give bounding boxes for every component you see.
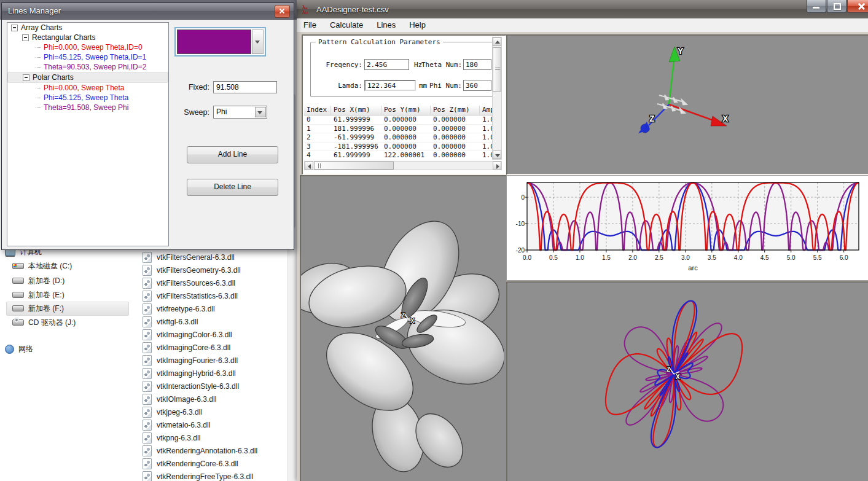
add-line-button[interactable]: Add Line: [187, 146, 278, 163]
table-hscrollbar[interactable]: [304, 161, 502, 170]
file-name: vtkImagingFourier-6.3.dll: [157, 356, 238, 365]
table-header-cell[interactable]: Pos Y(mm): [381, 106, 431, 115]
tree-line-item[interactable]: Phi=45.125, Sweep Theta,ID=1: [7, 52, 168, 62]
table-row[interactable]: 2-61.9999990.0000000.0000001.0: [304, 133, 492, 143]
menu-calculate[interactable]: Calculate: [323, 18, 370, 32]
fixed-input[interactable]: [213, 81, 277, 93]
tree-line-item[interactable]: Phi=45.125, Sweep Theta: [7, 93, 168, 103]
charts-tree[interactable]: Array ChartsRectangular ChartsPhi=0.000,…: [7, 22, 169, 246]
table-cell: 0.000000: [381, 143, 431, 151]
file-list-item[interactable]: vtkFiltersGeneral-6.3.dll: [143, 251, 235, 264]
tree-root[interactable]: Array Charts: [7, 23, 168, 33]
minimize-icon: [813, 7, 819, 9]
rect-chart-panel[interactable]: 0.00.51.01.52.02.53.03.54.04.55.05.56.00…: [506, 175, 868, 281]
file-list-item[interactable]: vtkfreetype-6.3.dll: [143, 302, 215, 315]
file-list-item[interactable]: vtkFiltersStatistics-6.3.dll: [143, 289, 238, 302]
tree-expander-icon[interactable]: [11, 25, 18, 31]
file-list-item[interactable]: vtkIOImage-6.3.dll: [143, 393, 216, 405]
file-list-item[interactable]: vtkRenderingAnnotation-6.3.dll: [143, 444, 257, 457]
minimize-button[interactable]: [807, 0, 826, 13]
table-header-cell[interactable]: Amp: [480, 106, 492, 115]
sidebar-item[interactable]: 新加卷 (D:): [12, 275, 65, 287]
pattern3d-view[interactable]: Z X: [300, 175, 507, 481]
hscroll-right-button[interactable]: [493, 162, 501, 170]
table-header-cell[interactable]: Pos Z(mm): [431, 106, 480, 115]
table-cell: 2: [304, 133, 331, 142]
vscroll-up-button[interactable]: [493, 37, 501, 46]
table-cell: 1.0: [480, 143, 492, 151]
table-row[interactable]: 3-181.9999960.0000000.0000001.0: [304, 143, 492, 152]
main-titlebar[interactable]: λa λD AADesigner-test.csv: [297, 0, 868, 19]
table-header-cell[interactable]: Pos X(mm): [331, 106, 381, 115]
table-row[interactable]: 1181.9999960.0000000.0000001.0: [304, 125, 492, 134]
color-dropdown-button[interactable]: [252, 29, 264, 54]
dll-file-icon: [143, 291, 152, 302]
file-list-item[interactable]: vtkImagingHybrid-6.3.dll: [143, 367, 236, 380]
tree-line-item[interactable]: Theta=90.503, Sweep Phi,ID=2: [7, 62, 168, 72]
hscroll-thumb[interactable]: [314, 162, 394, 170]
file-list-item[interactable]: vtkImagingFourier-6.3.dll: [143, 354, 238, 367]
down-arrow-icon: [495, 154, 500, 157]
table-row[interactable]: 061.9999990.0000000.0000001.0: [304, 115, 492, 125]
frequency-input[interactable]: [364, 59, 409, 70]
file-list-item[interactable]: vtkjpeg-6.3.dll: [143, 405, 202, 418]
dialog-close-button[interactable]: [275, 5, 290, 18]
file-name: vtkFiltersGeometry-6.3.dll: [157, 266, 241, 275]
line-color-picker[interactable]: [174, 27, 266, 57]
table-cell: 122.000001: [381, 151, 431, 160]
menu-lines[interactable]: Lines: [370, 18, 402, 32]
polar-chart-view[interactable]: ZX: [506, 281, 868, 481]
param-groupbox: Pattern Calculation Parameters Freqency:…: [310, 42, 493, 97]
file-list-item[interactable]: vtkImagingCore-6.3.dll: [143, 341, 230, 354]
hscroll-left-button[interactable]: [305, 162, 313, 170]
table-row[interactable]: 5181.999996122.0000010.0000001.0: [304, 160, 492, 161]
sweep-combobox[interactable]: Phi: [213, 106, 267, 119]
vscroll-down-button[interactable]: [493, 151, 501, 159]
lamda-input[interactable]: [364, 80, 416, 91]
tree-expander-icon[interactable]: [22, 34, 29, 41]
file-list-item[interactable]: vtkftgl-6.3.dll: [143, 315, 198, 328]
dll-file-icon: [143, 265, 152, 276]
file-list-item[interactable]: vtkpng-6.3.dll: [143, 431, 200, 444]
file-list-item[interactable]: vtkFiltersGeometry-6.3.dll: [143, 264, 241, 276]
sidebar-item[interactable]: CD 驱动器 (J:): [12, 316, 76, 329]
delete-line-button[interactable]: Delete Line: [187, 179, 278, 196]
sidebar-item[interactable]: 本地磁盘 (C:): [12, 260, 72, 272]
sidebar-item[interactable]: 新加卷 (E:): [12, 289, 65, 301]
tree-line-item[interactable]: Theta=91.508, Sweep Phi: [7, 103, 168, 112]
tree-expander-icon[interactable]: [23, 74, 29, 81]
sidebar-item[interactable]: 网络: [5, 343, 33, 355]
menu-help[interactable]: Help: [402, 18, 432, 32]
axes3d-canvas: Y X Z: [507, 36, 867, 171]
file-list-item[interactable]: vtkRenderingFreeType-6.3.dll: [143, 470, 253, 481]
svg-text:0.5: 0.5: [549, 254, 558, 261]
sweep-dropdown-button[interactable]: [255, 107, 266, 117]
sidebar-item[interactable]: 新加卷 (F:): [12, 302, 64, 315]
tree-line-item[interactable]: Phi=0.000, Sweep Theta: [7, 83, 168, 93]
file-name: vtkmetaio-6.3.dll: [157, 421, 210, 429]
rect-chart-canvas: 0.00.51.01.52.02.53.03.54.04.55.05.56.00…: [507, 176, 867, 279]
dialog-titlebar[interactable]: Lines Manager: [2, 3, 294, 20]
params-vscrollbar[interactable]: [492, 37, 502, 160]
theta-num-input[interactable]: [463, 59, 491, 70]
file-list-item[interactable]: vtkInteractionStyle-6.3.dll: [143, 380, 239, 393]
table-header-cell[interactable]: Index: [304, 106, 331, 115]
tree-group[interactable]: Rectangular Charts: [7, 33, 168, 42]
tree-line-item[interactable]: Phi=0.000, Sweep Theta,ID=0: [7, 42, 168, 52]
tree-group[interactable]: Polar Charts: [7, 72, 168, 83]
file-list-item[interactable]: vtkImagingColor-6.3.dll: [143, 328, 232, 341]
file-list-item[interactable]: vtkRenderingCore-6.3.dll: [143, 457, 238, 470]
positions-table[interactable]: IndexPos X(mm)Pos Y(mm)Pos Z(mm)Amp061.9…: [304, 106, 492, 160]
menu-file[interactable]: File: [297, 18, 323, 32]
close-button[interactable]: [847, 0, 868, 13]
table-row[interactable]: 461.999999122.0000010.0000001.0: [304, 151, 492, 160]
vscroll-thumb[interactable]: [493, 47, 501, 92]
file-list-item[interactable]: vtkFiltersSources-6.3.dll: [143, 276, 235, 289]
table-cell: 3: [304, 143, 331, 151]
sidebar-item-label: 新加卷 (D:): [28, 276, 65, 286]
phi-num-input[interactable]: [463, 80, 491, 91]
dll-file-icon: [143, 329, 152, 340]
file-list-item[interactable]: vtkmetaio-6.3.dll: [143, 418, 210, 431]
maximize-button[interactable]: [827, 0, 846, 13]
axes3d-view[interactable]: Y X Z: [506, 34, 868, 175]
